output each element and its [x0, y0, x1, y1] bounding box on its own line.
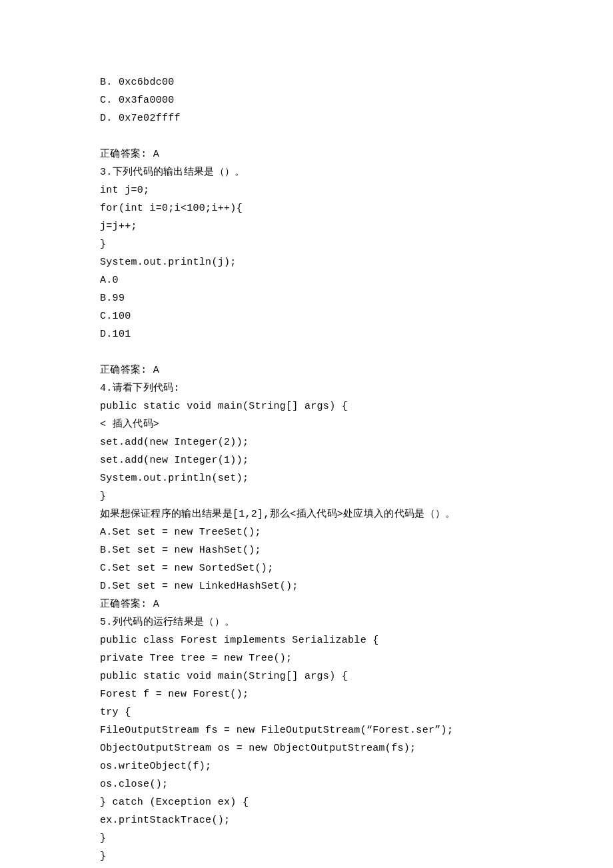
text-line: D.Set set = new LinkedHashSet(); [100, 577, 613, 595]
text-line: 4.请看下列代码: [100, 379, 613, 397]
text-line: os.writeObject(f); [100, 757, 613, 775]
text-line: C.100 [100, 307, 613, 325]
text-line: C.Set set = new SortedSet(); [100, 559, 613, 577]
text-line: j=j++; [100, 217, 613, 235]
text-line: 正确答案: A [100, 361, 613, 379]
text-line: public class Forest implements Serializa… [100, 631, 613, 649]
text-line: set.add(new Integer(1)); [100, 451, 613, 469]
text-line [100, 127, 613, 145]
text-line: D. 0x7e02ffff [100, 109, 613, 127]
text-line: 3.下列代码的输出结果是（）。 [100, 163, 613, 181]
document-body: B. 0xc6bdc00C. 0x3fa0000D. 0x7e02ffff 正确… [100, 73, 613, 868]
text-line: set.add(new Integer(2)); [100, 433, 613, 451]
text-line: FileOutputStream fs = new FileOutputStre… [100, 721, 613, 739]
text-line: B.99 [100, 289, 613, 307]
text-line: } [100, 829, 613, 847]
text-line: 5.列代码的运行结果是（）。 [100, 613, 613, 631]
text-line: B. 0xc6bdc00 [100, 73, 613, 91]
text-line: < 插入代码> [100, 415, 613, 433]
text-line: for(int i=0;i<100;i++){ [100, 199, 613, 217]
text-line: A.0 [100, 271, 613, 289]
text-line: 如果想保证程序的输出结果是[1,2],那么<插入代码>处应填入的代码是（）。 [100, 505, 613, 523]
text-line: D.101 [100, 325, 613, 343]
text-line: System.out.println(set); [100, 469, 613, 487]
text-line: } [100, 847, 613, 865]
text-line: int j=0; [100, 181, 613, 199]
text-line: } catch (Exception ex) { [100, 793, 613, 811]
text-line [100, 343, 613, 361]
text-line: 正确答案: A [100, 595, 613, 613]
text-line: } [100, 235, 613, 253]
text-line: } [100, 865, 613, 868]
text-line: C. 0x3fa0000 [100, 91, 613, 109]
text-line: ex.printStackTrace(); [100, 811, 613, 829]
text-line: private Tree tree = new Tree(); [100, 649, 613, 667]
text-line: 正确答案: A [100, 145, 613, 163]
text-line: public static void main(String[] args) { [100, 397, 613, 415]
text-line: Forest f = new Forest(); [100, 685, 613, 703]
text-line: ObjectOutputStream os = new ObjectOutput… [100, 739, 613, 757]
text-line: public static void main(String[] args) { [100, 667, 613, 685]
text-line: A.Set set = new TreeSet(); [100, 523, 613, 541]
text-line: os.close(); [100, 775, 613, 793]
text-line: System.out.println(j); [100, 253, 613, 271]
text-line: B.Set set = new HashSet(); [100, 541, 613, 559]
text-line: try { [100, 703, 613, 721]
text-line: } [100, 487, 613, 505]
